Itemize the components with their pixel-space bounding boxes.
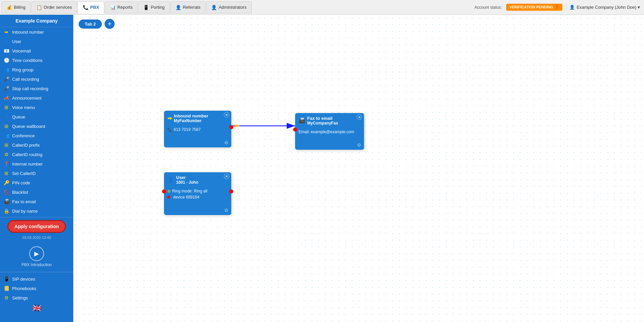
tab-porting[interactable]: 📱 Porting — [138, 1, 169, 13]
sidebar-item-queue[interactable]: 👤 Queue — [0, 112, 73, 121]
tab-administrators[interactable]: 👤 Administrators — [206, 1, 251, 13]
phonebooks-icon: 📒 — [3, 286, 9, 291]
tab-billing[interactable]: 💰 Billing — [1, 1, 31, 13]
tab-order-services[interactable]: 📋 Order services — [31, 1, 77, 13]
canvas-tab-add-button[interactable]: + — [105, 19, 115, 29]
account-user-menu[interactable]: 👤 Example Company (John Doe) ▾ — [566, 5, 643, 10]
inbound-node-gear-icon[interactable]: ⚙ — [224, 140, 229, 145]
user-node-title: User — [176, 175, 198, 180]
user-node-left-port[interactable] — [162, 189, 166, 193]
internal-number-icon: 📍 — [3, 161, 9, 167]
settings-icon: ⚙ — [3, 295, 9, 300]
sidebar-item-inbound-number[interactable]: ➡ Inbound number — [0, 27, 73, 37]
sidebar-divider-2 — [0, 272, 73, 272]
tab-reports[interactable]: 📊 Reports — [105, 1, 138, 13]
sidebar-item-settings[interactable]: ⚙ Settings — [0, 293, 73, 302]
inbound-number-node[interactable]: ➡ Inbound number MyFaxNumber ✕ 📞 613 701… — [164, 111, 231, 147]
blacklist-icon: 🚫 — [3, 189, 9, 195]
sidebar-item-internal-number[interactable]: 📍 Internal number — [0, 159, 73, 169]
fax-node-close-button[interactable]: ✕ — [357, 114, 362, 120]
canvas-tab-2[interactable]: Tab 2 — [79, 20, 102, 29]
user-node-gear-icon[interactable]: ⚙ — [224, 208, 229, 213]
sidebar-item-callerid-prefix[interactable]: ⊞ CallerID prefix — [0, 140, 73, 150]
sidebar-divider-1 — [0, 217, 73, 217]
sidebar-item-dial-by-name[interactable]: 🔒 Dial by name — [0, 206, 73, 216]
inbound-node-icon: ➡ — [167, 115, 172, 121]
dial-by-name-icon: 🔒 — [3, 208, 9, 214]
user-icon: 👤 — [3, 39, 9, 44]
user-node[interactable]: 👤 User 1001 - John ✕ ⊞ Ring mode: Ring a… — [164, 172, 231, 215]
set-callerid-icon: ⊞ — [3, 171, 9, 176]
sidebar-item-ring-group[interactable]: 👥 Ring group — [0, 65, 73, 74]
callerid-routing-icon: ⚙ — [3, 152, 9, 157]
sidebar-item-call-recording[interactable]: 🎤 Call recording — [0, 74, 73, 84]
apply-configuration-button[interactable]: Apply configuration — [7, 220, 66, 233]
sidebar-item-blacklist[interactable]: 🚫 Blacklist — [0, 187, 73, 197]
apply-config-timestamp: 03.03.2020 13:40 — [0, 236, 73, 240]
phone-detail-icon: 📞 — [167, 128, 172, 132]
sidebar-item-user[interactable]: 👤 User — [0, 37, 73, 46]
user-node-right-port[interactable] — [229, 189, 233, 193]
porting-icon: 📱 — [143, 5, 149, 10]
tab-pbx[interactable]: 📞 PBX — [78, 1, 104, 13]
referrals-icon: 👤 — [175, 5, 181, 10]
nav-right: Account status: VERIFICATION PENDING ❓ 👤… — [475, 4, 643, 11]
canvas-area: Tab 2 + ➡ Inbound number M — [73, 15, 644, 322]
reports-icon: 📊 — [110, 5, 116, 10]
fax-node-subtitle: MyCompanyFax — [307, 121, 338, 126]
inbound-node-header: ➡ Inbound number MyFaxNumber ✕ — [164, 111, 231, 124]
pbx-icon: 📞 — [83, 5, 88, 10]
fax-node-email-detail: Email: example@example.com — [298, 130, 361, 134]
fax-node-input-port[interactable] — [293, 128, 297, 132]
sidebar-item-conference[interactable]: 👥 Conference — [0, 131, 73, 140]
svg-marker-1 — [235, 124, 240, 127]
user-node-close-button[interactable]: ✕ — [224, 174, 229, 179]
inbound-node-body: 📞 613 7019 7587 — [164, 124, 231, 135]
fax-to-email-node[interactable]: 📠 Fax to email MyCompanyFax ✕ Email: exa… — [295, 113, 364, 150]
verification-badge[interactable]: VERIFICATION PENDING ❓ — [506, 4, 562, 11]
device-status-dot — [167, 196, 170, 199]
sidebar-item-set-callerid[interactable]: ⊞ Set CallerID — [0, 169, 73, 178]
sidebar-item-voice-menu[interactable]: ⊞ Voice menu — [0, 103, 73, 112]
fax-node-header: 📠 Fax to email MyCompanyFax ✕ — [295, 113, 364, 127]
inbound-node-close-button[interactable]: ✕ — [224, 112, 229, 117]
ring-mode-icon: ⊞ — [167, 189, 170, 193]
user-node-device-detail: device 689184 — [167, 195, 228, 200]
canvas-connections-svg — [73, 15, 644, 322]
voicemail-icon: 📧 — [3, 48, 9, 53]
inbound-node-subtitle: MyFaxNumber — [174, 118, 208, 123]
canvas-tabbar: Tab 2 + — [73, 15, 120, 33]
user-avatar-icon: 👤 — [569, 5, 575, 10]
stop-call-recording-icon: 🎤 — [3, 86, 9, 91]
sidebar-item-phonebooks[interactable]: 📒 Phonebooks — [0, 284, 73, 293]
pbx-intro-label: PBX Introduction — [3, 262, 71, 267]
language-flag[interactable]: 🇬🇧 — [0, 304, 73, 313]
sidebar-item-stop-call-recording[interactable]: 🎤 Stop call recording — [0, 84, 73, 93]
conference-icon: 👥 — [3, 133, 9, 138]
inbound-node-output-port[interactable] — [229, 125, 233, 129]
sidebar-item-voicemail[interactable]: 📧 Voicemail — [0, 46, 73, 56]
inbound-number-icon: ➡ — [3, 29, 9, 35]
pbx-intro-section: ▶ PBX Introduction — [0, 242, 73, 270]
user-node-icon: 👤 — [167, 177, 174, 183]
main-layout: Example Company ➡ Inbound number 👤 User … — [0, 15, 644, 322]
pin-code-icon: 🔑 — [3, 180, 9, 185]
inbound-node-title: Inbound number — [174, 113, 208, 118]
sidebar-item-fax-to-email[interactable]: 📠 Fax to email — [0, 197, 73, 206]
user-node-subtitle: 1001 - John — [176, 180, 198, 185]
sidebar-item-announcement[interactable]: 📣 Announcement — [0, 93, 73, 103]
user-node-body: ⊞ Ring mode: Ring all device 689184 — [164, 186, 231, 203]
pbx-intro-play-button[interactable]: ▶ — [29, 246, 44, 261]
sidebar-item-time-conditions[interactable]: 🕐 Time conditions — [0, 56, 73, 65]
order-services-icon: 📋 — [36, 5, 42, 10]
announcement-icon: 📣 — [3, 95, 9, 101]
fax-node-icon: 📠 — [298, 117, 305, 124]
sidebar-item-queue-wallboard[interactable]: ⊞ Queue wallboard — [0, 121, 73, 131]
tab-referrals[interactable]: 👤 Referrals — [170, 1, 206, 13]
fax-node-gear-icon[interactable]: ⚙ — [357, 142, 361, 148]
sidebar-scroll: ➡ Inbound number 👤 User 📧 Voicemail 🕐 Ti… — [0, 27, 73, 322]
sidebar-item-pin-code[interactable]: 🔑 PIN code — [0, 178, 73, 187]
sidebar-item-callerid-routing[interactable]: ⚙ CallerID routing — [0, 150, 73, 159]
fax-to-email-icon: 📠 — [3, 199, 9, 204]
sidebar-item-sip-devices[interactable]: 📱 SIP devices — [0, 274, 73, 284]
